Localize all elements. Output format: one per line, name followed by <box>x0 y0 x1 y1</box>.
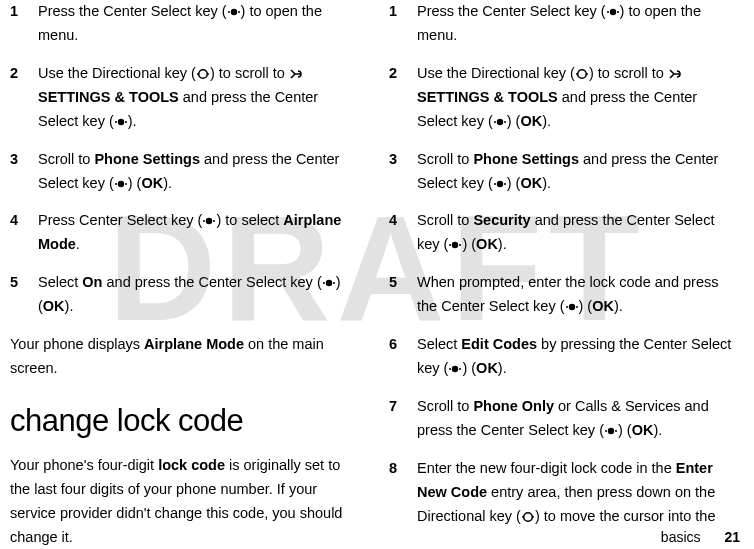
text: Select <box>38 274 82 290</box>
svg-point-26 <box>504 121 506 123</box>
step-body: Select Edit Codes by pressing the Center… <box>417 333 740 381</box>
text: Scroll to <box>417 151 473 167</box>
center-select-icon <box>114 116 128 128</box>
page-content: 1 Press the Center Select key () to open… <box>0 0 754 549</box>
svg-point-29 <box>504 183 506 185</box>
svg-point-43 <box>522 516 524 518</box>
text: ). <box>65 298 74 314</box>
step-number: 3 <box>389 148 417 196</box>
text: Your phone displays <box>10 336 144 352</box>
step-body: Select On and press the Center Select ke… <box>38 271 353 319</box>
ok-label: OK <box>520 113 542 129</box>
lock-code-label: lock code <box>158 457 225 473</box>
tools-icon <box>289 68 302 80</box>
text: and press the Center Select key ( <box>102 274 321 290</box>
directional-key-icon <box>521 511 535 523</box>
ok-label: OK <box>476 236 498 252</box>
text: ) ( <box>507 113 521 129</box>
svg-point-42 <box>524 512 533 521</box>
step-number: 3 <box>10 148 38 196</box>
step-number: 2 <box>389 62 417 134</box>
text: ). <box>128 113 137 129</box>
directional-key-icon <box>196 68 210 80</box>
svg-point-41 <box>615 430 617 432</box>
text: Use the Directional key ( <box>38 65 196 81</box>
center-select-icon <box>114 178 128 190</box>
svg-point-34 <box>566 306 568 308</box>
step-body: Enter the new four-digit lock code in th… <box>417 457 740 529</box>
svg-point-40 <box>605 430 607 432</box>
text: ). <box>653 422 662 438</box>
text: Scroll to <box>417 398 473 414</box>
text: ) ( <box>462 236 476 252</box>
intro-paragraph: Your phone's four-digit lock code is ori… <box>10 454 353 549</box>
left-steps: 1 Press the Center Select key () to open… <box>10 0 353 319</box>
right-steps: 1 Press the Center Select key () to open… <box>389 0 740 529</box>
list-item: 4 Press Center Select key () to select A… <box>10 209 353 257</box>
step-number: 4 <box>10 209 38 257</box>
list-item: 6 Select Edit Codes by pressing the Cent… <box>389 333 740 381</box>
list-item: 7 Scroll to Phone Only or Calls & Servic… <box>389 395 740 443</box>
center-select-icon <box>493 178 507 190</box>
step-number: 8 <box>389 457 417 529</box>
svg-point-31 <box>449 244 451 246</box>
target-label: Security <box>473 212 530 228</box>
text: ). <box>542 175 551 191</box>
list-item: 3 Scroll to Phone Settings and press the… <box>389 148 740 196</box>
text: ). <box>542 113 551 129</box>
text: ). <box>614 298 623 314</box>
right-column: 1 Press the Center Select key () to open… <box>377 0 744 549</box>
svg-point-25 <box>494 121 496 123</box>
svg-point-0 <box>230 9 236 15</box>
text: ) ( <box>128 175 142 191</box>
center-select-icon <box>606 6 620 18</box>
step-number: 2 <box>10 62 38 134</box>
svg-point-28 <box>494 183 496 185</box>
svg-point-5 <box>207 73 209 75</box>
center-select-icon <box>565 301 579 313</box>
target-label: Phone Only <box>473 398 554 414</box>
step-body: Scroll to Phone Settings and press the C… <box>38 148 353 196</box>
svg-point-20 <box>617 11 619 13</box>
text: Your phone's four-digit <box>10 457 158 473</box>
airplane-mode-note: Your phone displays Airplane Mode on the… <box>10 333 353 381</box>
ok-label: OK <box>43 298 65 314</box>
ok-label: OK <box>632 422 654 438</box>
center-select-icon <box>493 116 507 128</box>
svg-point-23 <box>586 73 588 75</box>
text: Use the Directional key ( <box>417 65 575 81</box>
text: Press the Center Select key ( <box>38 3 227 19</box>
svg-point-33 <box>568 304 574 310</box>
svg-point-44 <box>532 516 534 518</box>
step-body: Scroll to Phone Settings and press the C… <box>417 148 740 196</box>
text: ) to scroll to <box>589 65 668 81</box>
svg-point-19 <box>607 11 609 13</box>
svg-point-10 <box>115 183 117 185</box>
ok-label: OK <box>141 175 163 191</box>
text: ) ( <box>462 360 476 376</box>
svg-point-17 <box>333 282 335 284</box>
target-label: Phone Settings <box>473 151 579 167</box>
ok-label: OK <box>592 298 614 314</box>
list-item: 1 Press the Center Select key () to open… <box>10 0 353 48</box>
settings-tools-label: SETTINGS & TOOLS <box>38 89 179 105</box>
svg-point-27 <box>497 180 503 186</box>
target-label: Airplane Mode <box>144 336 244 352</box>
text: ) to move the cursor into the <box>535 508 716 524</box>
list-item: 3 Scroll to Phone Settings and press the… <box>10 148 353 196</box>
svg-point-3 <box>199 70 208 79</box>
svg-point-30 <box>452 242 458 248</box>
text: Select <box>417 336 461 352</box>
list-item: 5 Select On and press the Center Select … <box>10 271 353 319</box>
svg-point-1 <box>228 11 230 13</box>
svg-point-35 <box>576 306 578 308</box>
text: ). <box>498 236 507 252</box>
directional-key-icon <box>575 68 589 80</box>
list-item: 2 Use the Directional key () to scroll t… <box>10 62 353 134</box>
left-column: 1 Press the Center Select key () to open… <box>10 0 377 549</box>
text: Press Center Select key ( <box>38 212 202 228</box>
center-select-icon <box>227 6 241 18</box>
text: Enter the new four-digit lock code in th… <box>417 460 676 476</box>
center-select-icon <box>448 363 462 375</box>
svg-point-21 <box>578 70 587 79</box>
